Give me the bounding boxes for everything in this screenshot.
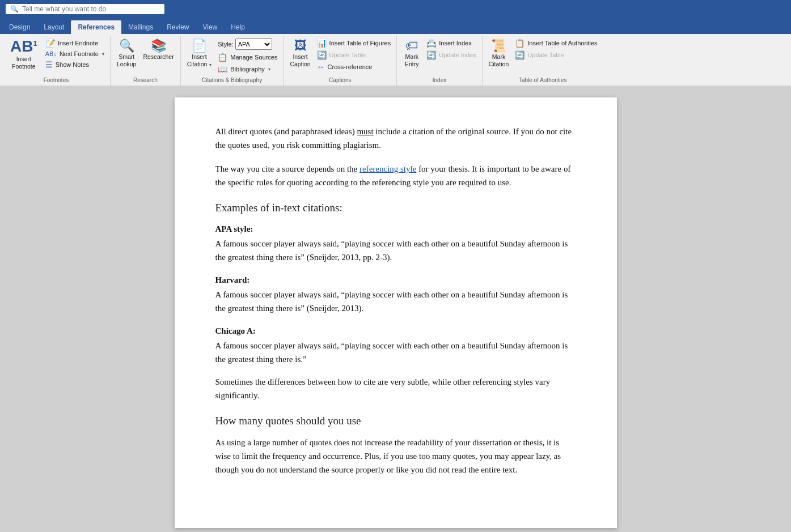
ribbon-group-index: 🏷 MarkEntry 📇 Insert Index 🔄 Update Inde… [397, 36, 482, 86]
update-index-button[interactable]: 🔄 Update Index [424, 49, 478, 61]
update-table-auth-button[interactable]: 🔄 Update Table [513, 49, 599, 61]
apa-style-label: APA style: [215, 222, 576, 236]
update-table-captions-label: Update Table [329, 52, 366, 58]
captions-buttons: 🖼 InsertCaption 📊 Insert Table of Figure… [287, 37, 393, 75]
tab-view[interactable]: View [196, 20, 224, 34]
show-notes-button[interactable]: ☰ Show Notes [43, 59, 107, 70]
referencing-style-link[interactable]: referencing style [359, 164, 416, 173]
insert-toa-label: Insert Table of Authorities [527, 40, 597, 46]
insert-index-icon: 📇 [426, 39, 436, 48]
cross-reference-icon: ↔ [317, 62, 325, 71]
insert-endnote-label: Insert Endnote [58, 40, 99, 46]
search-placeholder: Tell me what you want to do [22, 5, 106, 13]
researcher-icon: 📚 [151, 40, 166, 52]
toa-group-label: Table of Authorities [486, 75, 600, 83]
update-table-captions-button[interactable]: 🔄 Update Table [315, 49, 394, 61]
insert-footnote-icon: AB1 [10, 39, 37, 54]
title-bar: 🔍 Tell me what you want to do [0, 0, 791, 18]
bibliography-button[interactable]: 📖 Bibliography ▾ [215, 63, 280, 75]
bibliography-icon: 📖 [218, 65, 227, 74]
tab-review[interactable]: Review [160, 20, 196, 34]
toa-small-stack: 📋 Insert Table of Authorities 🔄 Update T… [513, 37, 599, 61]
next-footnote-icon: AB↓ [45, 50, 57, 57]
tab-mailings[interactable]: Mailings [121, 20, 160, 34]
insert-endnote-button[interactable]: 📝 Insert Endnote [43, 37, 107, 49]
smart-lookup-button[interactable]: 🔍 SmartLookup [114, 37, 139, 70]
next-footnote-button[interactable]: AB↓ Next Footnote ▾ [43, 49, 107, 58]
tab-references[interactable]: References [71, 20, 121, 34]
paragraph-2: The way you cite a source depends on the… [215, 162, 576, 189]
insert-caption-label: InsertCaption [290, 53, 310, 67]
insert-caption-icon: 🖼 [294, 40, 307, 52]
insert-table-of-figures-button[interactable]: 📊 Insert Table of Figures [315, 37, 394, 49]
citations-group-label: Citations & Bibliography [184, 75, 280, 83]
ribbon-group-footnotes: AB1 InsertFootnote 📝 Insert Endnote AB↓ … [2, 36, 111, 86]
index-buttons: 🏷 MarkEntry 📇 Insert Index 🔄 Update Inde… [400, 37, 478, 75]
show-notes-label: Show Notes [56, 61, 89, 68]
insert-index-label: Insert Index [439, 40, 471, 46]
tab-layout[interactable]: Layout [37, 20, 71, 34]
manage-sources-label: Manage Sources [230, 54, 277, 61]
researcher-button[interactable]: 📚 Researcher [140, 37, 176, 63]
bibliography-label: Bibliography [230, 66, 265, 73]
next-footnote-label: Next Footnote [60, 50, 99, 57]
smart-lookup-label: SmartLookup [117, 53, 136, 67]
footnotes-group-label: Footnotes [6, 75, 107, 83]
style-select[interactable]: APA MLA Chicago Harvard [235, 39, 272, 50]
citations-small-stack: Style: APA MLA Chicago Harvard 📋 Manage … [215, 37, 280, 75]
update-toa-icon: 🔄 [515, 50, 524, 59]
heading-examples: Examples of in-text citations: [215, 199, 576, 216]
mark-citation-icon: 📜 [491, 40, 506, 52]
insert-citation-button[interactable]: 📄 InsertCitation ▾ [184, 37, 215, 70]
insert-footnote-button[interactable]: AB1 InsertFootnote [6, 37, 42, 71]
insert-footnote-label: InsertFootnote [12, 56, 35, 70]
document-page[interactable]: All direct quotes (and paraphrased ideas… [175, 97, 617, 528]
harvard-style-example: A famous soccer player always said, “pla… [215, 288, 576, 315]
smart-lookup-icon: 🔍 [119, 40, 134, 52]
insert-endnote-icon: 📝 [45, 39, 55, 48]
harvard-style-label: Harvard: [215, 273, 576, 287]
chicago-style-label: Chicago A: [215, 324, 576, 338]
heading-how-many: How many quotes should you use [215, 412, 576, 429]
insert-toa-icon: 📋 [515, 39, 524, 48]
tab-design[interactable]: Design [2, 20, 37, 34]
ribbon-group-captions: 🖼 InsertCaption 📊 Insert Table of Figure… [284, 36, 397, 86]
research-group-label: Research [114, 75, 177, 83]
mark-entry-button[interactable]: 🏷 MarkEntry [400, 37, 423, 70]
ribbon: AB1 InsertFootnote 📝 Insert Endnote AB↓ … [0, 34, 791, 86]
next-footnote-dropdown: ▾ [102, 52, 104, 57]
document-area: All direct quotes (and paraphrased ideas… [0, 86, 791, 532]
update-toa-label: Update Table [527, 52, 564, 58]
insert-caption-button[interactable]: 🖼 InsertCaption [287, 37, 313, 70]
ribbon-group-citations: 📄 InsertCitation ▾ Style: APA MLA Chicag… [181, 36, 284, 86]
cross-reference-label: Cross-reference [328, 63, 373, 70]
search-icon: 🔍 [10, 5, 19, 13]
insert-index-button[interactable]: 📇 Insert Index [424, 37, 478, 49]
style-row: Style: APA MLA Chicago Harvard [215, 37, 280, 51]
chicago-style-example: A famous soccer player always said, “pla… [215, 339, 576, 366]
underline-must: must [357, 127, 373, 136]
style-label: Style: [218, 41, 234, 48]
citations-buttons: 📄 InsertCitation ▾ Style: APA MLA Chicag… [184, 37, 280, 75]
index-group-label: Index [400, 75, 478, 83]
tab-help[interactable]: Help [224, 20, 252, 34]
researcher-label: Researcher [143, 53, 174, 61]
search-box[interactable]: 🔍 Tell me what you want to do [6, 4, 164, 14]
tab-row: Design Layout References Mailings Review… [0, 18, 791, 34]
paragraph-how-many: As using a large number of quotes does n… [215, 436, 576, 476]
insert-table-figures-icon: 📊 [317, 39, 327, 48]
ribbon-group-toa: 📜 MarkCitation 📋 Insert Table of Authori… [483, 36, 603, 86]
manage-sources-button[interactable]: 📋 Manage Sources [215, 52, 280, 63]
insert-table-authorities-button[interactable]: 📋 Insert Table of Authorities [513, 37, 599, 49]
toa-buttons: 📜 MarkCitation 📋 Insert Table of Authori… [486, 37, 600, 75]
update-table-captions-icon: 🔄 [317, 50, 327, 59]
cross-reference-button[interactable]: ↔ Cross-reference [315, 61, 394, 73]
update-index-label: Update Index [439, 52, 476, 58]
mark-entry-label: MarkEntry [405, 53, 419, 67]
bibliography-dropdown: ▾ [268, 67, 270, 72]
research-buttons: 🔍 SmartLookup 📚 Researcher [114, 37, 177, 75]
footnotes-small-stack: 📝 Insert Endnote AB↓ Next Footnote ▾ ☰ S… [43, 37, 107, 70]
mark-citation-button[interactable]: 📜 MarkCitation [486, 37, 512, 70]
mark-entry-icon: 🏷 [405, 40, 418, 52]
insert-citation-icon: 📄 [192, 40, 207, 52]
